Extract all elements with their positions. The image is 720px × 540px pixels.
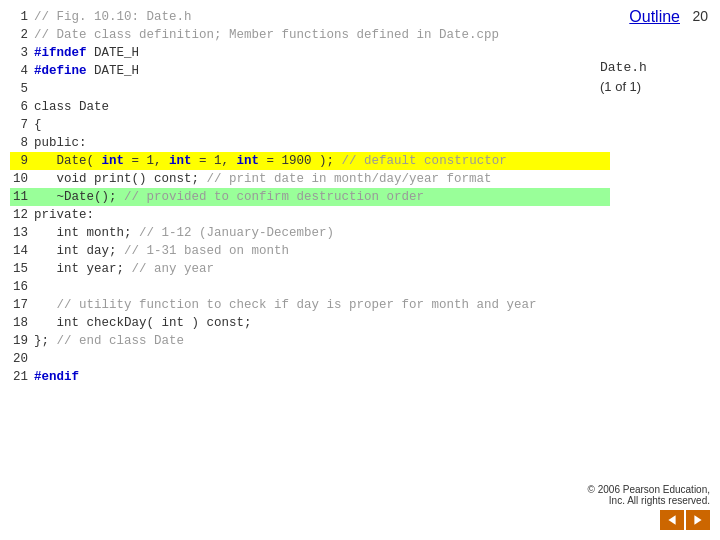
line-content-5 <box>34 80 42 98</box>
line-num-8: 8 <box>10 134 28 152</box>
code-line-17: 17 // utility function to check if day i… <box>10 296 610 314</box>
line-content-20 <box>34 350 42 368</box>
line-num-13: 13 <box>10 224 28 242</box>
line-content-21: #endif <box>34 368 79 386</box>
line-content-2: // Date class definition; Member functio… <box>34 26 499 44</box>
line-num-7: 7 <box>10 116 28 134</box>
line-content-15: int year; // any year <box>34 260 214 278</box>
svg-marker-0 <box>668 515 675 525</box>
code-line-15: 15 int year; // any year <box>10 260 610 278</box>
code-line-13: 13 int month; // 1-12 (January-December) <box>10 224 610 242</box>
copyright-text: © 2006 Pearson Education, Inc. All right… <box>588 484 710 506</box>
code-line-3: 3 #ifndef DATE_H <box>10 44 610 62</box>
line-content-9: Date( int = 1, int = 1, int = 1900 ); //… <box>34 152 507 170</box>
line-num-1: 1 <box>10 8 28 26</box>
line-content-17: // utility function to check if day is p… <box>34 296 537 314</box>
code-line-20: 20 <box>10 350 610 368</box>
svg-marker-1 <box>694 515 701 525</box>
code-line-6: 6 class Date <box>10 98 610 116</box>
line-content-4: #define DATE_H <box>34 62 139 80</box>
sidebar-filename: Date.h <box>600 60 710 75</box>
line-num-12: 12 <box>10 206 28 224</box>
nav-buttons <box>660 510 710 530</box>
code-line-12: 12 private: <box>10 206 610 224</box>
line-content-7: { <box>34 116 42 134</box>
line-content-8: public: <box>34 134 87 152</box>
line-num-20: 20 <box>10 350 28 368</box>
prev-icon <box>666 514 678 526</box>
line-num-14: 14 <box>10 242 28 260</box>
sidebar: Date.h (1 of 1) <box>600 60 710 94</box>
line-content-14: int day; // 1-31 based on month <box>34 242 289 260</box>
line-num-4: 4 <box>10 62 28 80</box>
code-line-19: 19 }; // end class Date <box>10 332 610 350</box>
code-line-2: 2 // Date class definition; Member funct… <box>10 26 610 44</box>
code-line-8: 8 public: <box>10 134 610 152</box>
code-line-5: 5 <box>10 80 610 98</box>
next-button[interactable] <box>686 510 710 530</box>
code-line-11: 11 ~Date(); // provided to confirm destr… <box>10 188 610 206</box>
line-num-17: 17 <box>10 296 28 314</box>
code-line-9: 9 Date( int = 1, int = 1, int = 1900 ); … <box>10 152 610 170</box>
footer: © 2006 Pearson Education, Inc. All right… <box>588 484 710 530</box>
sidebar-pageinfo: (1 of 1) <box>600 79 710 94</box>
code-line-1: 1 // Fig. 10.10: Date.h <box>10 8 610 26</box>
next-icon <box>692 514 704 526</box>
line-num-10: 10 <box>10 170 28 188</box>
code-line-10: 10 void print() const; // print date in … <box>10 170 610 188</box>
code-line-14: 14 int day; // 1-31 based on month <box>10 242 610 260</box>
line-content-13: int month; // 1-12 (January-December) <box>34 224 334 242</box>
line-num-15: 15 <box>10 260 28 278</box>
copyright-line1: © 2006 Pearson Education, <box>588 484 710 495</box>
line-content-10: void print() const; // print date in mon… <box>34 170 492 188</box>
line-content-6: class Date <box>34 98 109 116</box>
line-num-5: 5 <box>10 80 28 98</box>
code-line-4: 4 #define DATE_H <box>10 62 610 80</box>
prev-button[interactable] <box>660 510 684 530</box>
line-num-16: 16 <box>10 278 28 296</box>
line-content-16 <box>34 278 42 296</box>
line-content-12: private: <box>34 206 94 224</box>
line-content-1: // Fig. 10.10: Date.h <box>34 8 192 26</box>
line-num-11: 11 <box>10 188 28 206</box>
line-content-3: #ifndef DATE_H <box>34 44 139 62</box>
code-area: 1 // Fig. 10.10: Date.h 2 // Date class … <box>0 0 620 420</box>
line-content-18: int checkDay( int ) const; <box>34 314 252 332</box>
code-line-21: 21 #endif <box>10 368 610 386</box>
line-num-9: 9 <box>10 152 28 170</box>
line-num-6: 6 <box>10 98 28 116</box>
line-content-11: ~Date(); // provided to confirm destruct… <box>34 188 424 206</box>
line-num-19: 19 <box>10 332 28 350</box>
code-line-7: 7 { <box>10 116 610 134</box>
line-num-2: 2 <box>10 26 28 44</box>
line-content-19: }; // end class Date <box>34 332 184 350</box>
code-line-16: 16 <box>10 278 610 296</box>
copyright-line2: Inc. All rights reserved. <box>609 495 710 506</box>
outline-link[interactable]: Outline <box>629 8 680 26</box>
line-num-21: 21 <box>10 368 28 386</box>
code-line-18: 18 int checkDay( int ) const; <box>10 314 610 332</box>
line-num-3: 3 <box>10 44 28 62</box>
line-num-18: 18 <box>10 314 28 332</box>
page-number: 20 <box>692 8 708 24</box>
